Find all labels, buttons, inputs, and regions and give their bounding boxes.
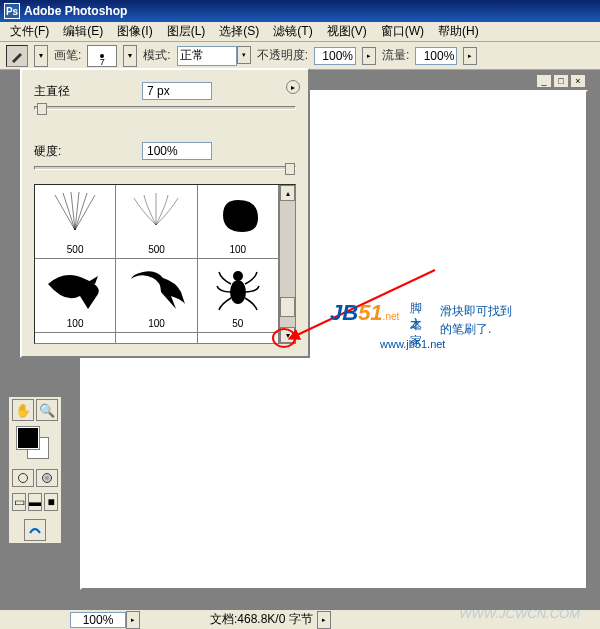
tool-preset-dropdown[interactable]: ▾	[34, 45, 48, 67]
mode-label: 模式:	[143, 47, 170, 64]
scroll-up-icon[interactable]: ▴	[280, 185, 295, 201]
close-button[interactable]: ×	[570, 74, 586, 88]
menu-select[interactable]: 选择(S)	[213, 21, 265, 42]
hand-tool-icon[interactable]: ✋	[12, 399, 34, 421]
menu-layer[interactable]: 图层(L)	[161, 21, 212, 42]
color-swatches[interactable]	[11, 427, 59, 463]
titlebar: Ps Adobe Photoshop	[0, 0, 600, 22]
hardness-slider[interactable]	[34, 166, 296, 170]
brush-thumb[interactable]: 500	[35, 185, 116, 259]
menu-edit[interactable]: 编辑(E)	[57, 21, 109, 42]
annotation-url: www.jb51.net	[380, 338, 445, 350]
diameter-slider[interactable]	[34, 106, 296, 110]
brush-thumb[interactable]: 500	[116, 185, 197, 259]
minimize-button[interactable]: _	[536, 74, 552, 88]
zoom-arrow[interactable]: ▸	[126, 611, 140, 629]
jump-to-icon[interactable]	[24, 519, 46, 541]
brush-thumb[interactable]: 100	[35, 259, 116, 333]
menu-image[interactable]: 图像(I)	[111, 21, 158, 42]
screen-full-icon[interactable]: ■	[44, 493, 58, 511]
maximize-button[interactable]: □	[553, 74, 569, 88]
brush-grid-scrollbar[interactable]: ▴ ▾	[279, 185, 295, 343]
brush-grid: 500 500 100 100 100 50	[34, 184, 296, 344]
menu-filter[interactable]: 滤镜(T)	[267, 21, 318, 42]
annotation-text: 滑块即可找到的笔刷了.	[440, 302, 560, 338]
mode-combo[interactable]: ▾	[177, 46, 251, 66]
diameter-input[interactable]	[142, 82, 212, 100]
brush-picker-panel: ▸ 主直径 硬度: 500 500 100	[20, 68, 310, 358]
opacity-input[interactable]	[314, 47, 356, 65]
menubar: 文件(F) 编辑(E) 图像(I) 图层(L) 选择(S) 滤镜(T) 视图(V…	[0, 22, 600, 42]
brush-thumb[interactable]: 100	[198, 185, 279, 259]
toolbox: ✋ 🔍 ▭ ▬ ■	[8, 396, 62, 544]
diameter-label: 主直径	[34, 83, 134, 100]
flow-input[interactable]	[415, 47, 457, 65]
scroll-down-icon[interactable]: ▾	[280, 327, 295, 343]
watermark: WWW.JCWCN.COM	[459, 606, 580, 621]
options-bar: ▾ 画笔: 7 ▾ 模式: ▾ 不透明度: ▸ 流量: ▸	[0, 42, 600, 70]
brush-tool-icon[interactable]	[6, 45, 28, 67]
svg-point-7	[233, 271, 243, 281]
docinfo-arrow[interactable]: ▸	[317, 611, 331, 629]
fg-color-swatch[interactable]	[17, 427, 39, 449]
brush-thumb[interactable]	[116, 333, 197, 343]
screen-standard-icon[interactable]: ▭	[12, 493, 26, 511]
mode-value	[177, 46, 237, 66]
app-icon: Ps	[4, 3, 20, 19]
annotation-logo: JB51.net 脚本 之家 滑块即可找到的笔刷了. www.jb51.net	[330, 300, 399, 326]
screen-full-menubar-icon[interactable]: ▬	[28, 493, 42, 511]
brush-thumb[interactable]	[198, 333, 279, 343]
brush-label: 画笔:	[54, 47, 81, 64]
brush-thumb[interactable]: 100	[116, 259, 197, 333]
standard-mode-icon[interactable]	[12, 469, 34, 487]
brush-preview[interactable]: 7	[87, 45, 117, 67]
flow-label: 流量:	[382, 47, 409, 64]
brush-picker-dropdown[interactable]: ▾	[123, 45, 137, 67]
scroll-thumb[interactable]	[280, 297, 295, 317]
app-title: Adobe Photoshop	[24, 4, 127, 18]
menu-file[interactable]: 文件(F)	[4, 21, 55, 42]
zoom-input[interactable]	[70, 612, 126, 628]
svg-point-6	[230, 280, 246, 304]
zoom-tool-icon[interactable]: 🔍	[36, 399, 58, 421]
hardness-input[interactable]	[142, 142, 212, 160]
menu-view[interactable]: 视图(V)	[321, 21, 373, 42]
menu-window[interactable]: 窗口(W)	[375, 21, 430, 42]
opacity-arrow[interactable]: ▸	[362, 47, 376, 65]
hardness-label: 硬度:	[34, 143, 134, 160]
menu-help[interactable]: 帮助(H)	[432, 21, 485, 42]
doc-info: 文档:468.8K/0 字节	[210, 611, 313, 628]
flow-arrow[interactable]: ▸	[463, 47, 477, 65]
brush-thumb[interactable]: 50	[198, 259, 279, 333]
brush-thumb[interactable]	[35, 333, 116, 343]
quickmask-mode-icon[interactable]	[36, 469, 58, 487]
opacity-label: 不透明度:	[257, 47, 308, 64]
panel-flyout-icon[interactable]: ▸	[286, 80, 300, 94]
